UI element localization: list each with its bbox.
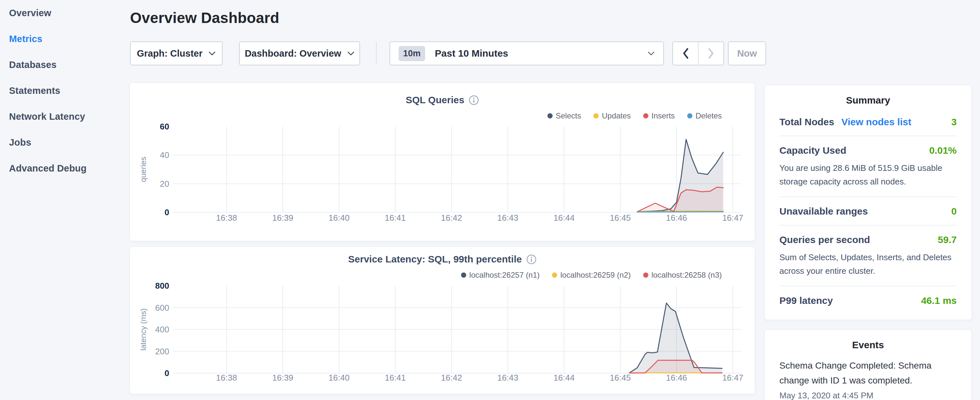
svg-text:16:44: 16:44 (554, 373, 574, 382)
time-range-badge: 10m (399, 46, 425, 61)
summary-row-value: 0.01% (929, 145, 957, 156)
summary-title: Summary (780, 95, 957, 106)
svg-text:16:47: 16:47 (722, 213, 743, 223)
event-text: Schema Change Completed: Schema change w… (780, 358, 941, 388)
summary-row-value: 3 (951, 116, 957, 127)
sidebar-item-overview[interactable]: Overview (0, 0, 128, 26)
summary-row-value: 59.7 (938, 234, 957, 245)
graph-scope-label: Graph: Cluster (137, 48, 202, 59)
graph-scope-dropdown[interactable]: Graph: Cluster (130, 41, 223, 65)
summary-row-label: Total Nodes (780, 116, 834, 127)
sql-queries-plot: 16:3816:3916:4016:4116:4216:4316:4416:45… (130, 83, 756, 241)
summary-row-value: 0 (951, 206, 957, 217)
svg-text:16:46: 16:46 (666, 213, 687, 223)
summary-row-unavailable-ranges: Unavailable ranges0 (780, 197, 957, 226)
summary-row-total-nodes: Total NodesView nodes list3 (780, 108, 957, 136)
svg-text:40: 40 (160, 150, 169, 160)
svg-text:16:39: 16:39 (272, 373, 293, 382)
previous-time-window-button[interactable] (673, 42, 698, 65)
dashboard-dropdown[interactable]: Dashboard: Overview (239, 41, 360, 65)
svg-text:16:45: 16:45 (610, 373, 631, 382)
now-button[interactable]: Now (728, 41, 766, 65)
summary-row-caption: You are using 28.6 MiB of 515.9 GiB usab… (780, 161, 957, 188)
now-button-label: Now (737, 48, 757, 59)
svg-text:16:43: 16:43 (497, 373, 518, 382)
svg-text:16:41: 16:41 (385, 213, 406, 223)
next-time-window-button[interactable] (698, 42, 724, 65)
svg-text:queries: queries (139, 157, 148, 182)
dashboard-label: Dashboard: Overview (245, 48, 341, 59)
svg-text:600: 600 (155, 303, 169, 312)
svg-text:16:42: 16:42 (441, 373, 462, 382)
summary-row-value: 46.1 ms (921, 295, 957, 306)
time-range-label: Past 10 Minutes (435, 48, 508, 59)
sidebar-item-advanced-debug[interactable]: Advanced Debug (0, 155, 128, 181)
svg-text:16:40: 16:40 (328, 373, 349, 382)
chevron-down-icon (347, 51, 355, 56)
sidebar-item-statements[interactable]: Statements (0, 78, 128, 104)
sidebar-item-jobs[interactable]: Jobs (0, 129, 128, 155)
svg-text:16:46: 16:46 (666, 373, 687, 382)
events-panel: Events Schema Change Completed: Schema c… (764, 330, 972, 400)
chevron-left-icon (682, 48, 689, 59)
sidebar-item-metrics[interactable]: Metrics (0, 26, 128, 52)
svg-text:200: 200 (155, 347, 169, 356)
time-range-dropdown[interactable]: 10m Past 10 Minutes (390, 41, 664, 65)
controls-divider (376, 42, 377, 65)
summary-row-capacity-used: Capacity Used0.01%You are using 28.6 MiB… (780, 136, 957, 197)
summary-row-label: Queries per second (780, 234, 870, 245)
time-pager (672, 41, 724, 65)
page-title: Overview Dashboard (130, 9, 279, 27)
summary-row-caption: Sum of Selects, Updates, Inserts, and De… (780, 250, 957, 278)
svg-text:latency (ms): latency (ms) (139, 308, 148, 351)
svg-text:16:44: 16:44 (554, 213, 574, 223)
sql-queries-chart-card: SQL Queries SelectsUpdatesInsertsDeletes… (129, 83, 755, 241)
chevron-down-icon (208, 51, 216, 56)
sidebar: OverviewMetricsDatabasesStatementsNetwor… (0, 0, 128, 400)
svg-text:16:41: 16:41 (385, 373, 406, 382)
chevron-right-icon (708, 48, 715, 59)
view-nodes-list-link[interactable]: View nodes list (841, 116, 911, 127)
summary-row-label: Unavailable ranges (780, 206, 868, 217)
summary-panel: Summary Total NodesView nodes list3Capac… (764, 85, 972, 320)
svg-text:16:38: 16:38 (216, 373, 237, 382)
svg-text:60: 60 (160, 122, 169, 131)
sidebar-item-databases[interactable]: Databases (0, 52, 128, 78)
svg-text:400: 400 (155, 325, 169, 334)
svg-text:16:40: 16:40 (328, 213, 349, 223)
chevron-down-icon (648, 51, 655, 56)
sidebar-item-network-latency[interactable]: Network Latency (0, 104, 128, 129)
svg-text:16:43: 16:43 (497, 213, 518, 223)
event-timestamp: May 13, 2020 at 4:45 PM (780, 390, 957, 400)
service-latency-chart-card: Service Latency: SQL, 99th percentile lo… (129, 246, 755, 394)
summary-row-label: P99 latency (780, 295, 833, 306)
svg-text:16:38: 16:38 (216, 213, 237, 223)
events-title: Events (780, 339, 957, 351)
summary-row-label: Capacity Used (780, 145, 846, 156)
svg-text:0: 0 (165, 207, 169, 217)
service-latency-plot: 16:3816:3916:4016:4116:4216:4316:4416:45… (130, 247, 756, 395)
summary-row-p99-latency: P99 latency46.1 ms (780, 287, 957, 314)
svg-text:16:45: 16:45 (610, 213, 631, 223)
svg-text:16:47: 16:47 (722, 373, 743, 382)
svg-text:800: 800 (155, 281, 169, 291)
summary-row-queries-per-second: Queries per second59.7Sum of Selects, Up… (780, 226, 957, 287)
svg-text:20: 20 (160, 179, 169, 189)
svg-text:16:42: 16:42 (441, 213, 462, 223)
svg-text:0: 0 (165, 368, 169, 378)
svg-text:16:39: 16:39 (272, 213, 293, 223)
event-item: Schema Change Completed: Schema change w… (780, 358, 957, 400)
